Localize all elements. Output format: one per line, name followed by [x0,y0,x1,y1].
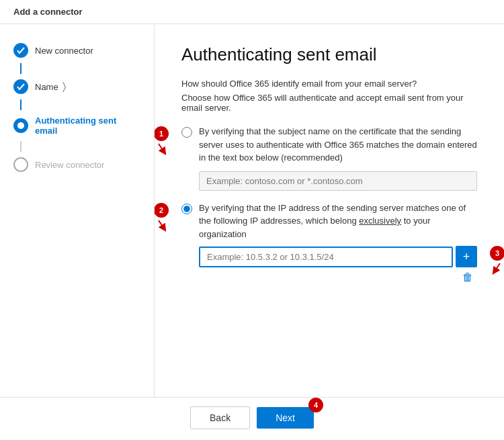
annotation-4: 4 [308,398,323,412]
step-indicator-2 [13,79,28,94]
arrow-2-icon [155,218,169,234]
page-header: Add a connector [0,0,504,24]
radio-cert[interactable] [181,127,192,138]
radio-cert-label: By verifying that the subject name on th… [199,125,477,165]
annotation-3-container: 3 [489,246,504,277]
step-label-1: New connector [35,46,93,56]
sidebar-item-name[interactable]: Name 〉 [0,74,154,99]
radio-ip-label: By verifying that the IP address of the … [199,202,477,241]
delete-row: 🗑 [199,270,477,285]
step-line-1 [20,63,22,74]
annotation-2: 2 [155,203,169,218]
content-description-2: Choose how Office 365 will authenticate … [181,93,477,113]
delete-ip-button[interactable]: 🗑 [458,270,477,285]
annotation-2-container: 2 [155,203,169,234]
footer: Back Next 4 [0,397,504,437]
annotation-3: 3 [490,246,504,261]
radio-ip[interactable] [181,204,192,214]
step-label-3: Authenticating sent email [35,116,140,136]
annotation-1-container: 1 [155,126,169,157]
content-description-1: How should Office 365 identify email fro… [181,79,477,89]
step-indicator-3 [13,118,28,133]
sidebar-item-review[interactable]: Review connector [0,152,154,177]
back-button[interactable]: Back [190,406,250,429]
step-line-3 [20,141,22,152]
step-line-2 [20,99,22,110]
content-title: Authenticating sent email [181,44,477,65]
next-button[interactable]: Next 4 [257,407,314,429]
ip-add-button[interactable]: + [456,246,477,267]
arrow-3-icon [489,261,504,277]
sidebar-item-new-connector[interactable]: New connector [0,38,154,63]
sidebar-item-authenticating[interactable]: Authenticating sent email [0,110,154,141]
sidebar: New connector Name 〉 Authenticating sent… [0,24,155,397]
page-header-title: Add a connector [13,7,83,17]
cert-input-container [199,171,477,191]
cert-domain-input[interactable] [199,171,477,191]
cursor-icon: 〉 [62,81,66,93]
step-label-4: Review connector [35,160,104,170]
ip-address-input[interactable] [199,247,453,267]
ip-input-section: 3 + 🗑 [181,246,477,285]
radio-option-2: By verifying that the IP address of the … [181,202,477,241]
arrow-1-icon [155,141,169,157]
radio-option-1: By verifying that the subject name on th… [181,125,477,165]
step-label-2: Name [35,82,58,92]
step-indicator-4 [13,157,28,172]
step-indicator-1 [13,43,28,58]
annotation-1: 1 [155,126,169,141]
options-wrapper: 1 By verifying that the subject name on … [181,125,477,285]
ip-input-row: + [199,246,477,267]
content-area: Authenticating sent email How should Off… [155,24,504,397]
